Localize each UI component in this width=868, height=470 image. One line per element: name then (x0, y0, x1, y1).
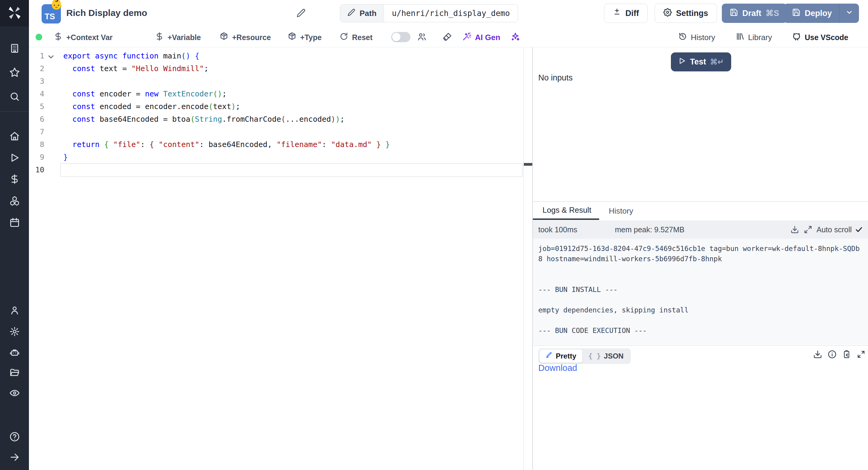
users-icon (417, 32, 427, 43)
tab-history[interactable]: History (609, 202, 633, 220)
editor-toolbar: +Context Var +Variable +Resource +Type R… (29, 27, 868, 47)
toggle-knob (392, 33, 401, 41)
multiplayer-button[interactable] (417, 32, 427, 43)
settings-button[interactable]: Settings (655, 4, 717, 23)
add-resource-button[interactable]: +Resource (219, 32, 271, 43)
code-line: return { "file": { "content": base64Enco… (63, 138, 390, 151)
diff-mode-toggle[interactable] (391, 32, 410, 42)
paintbrush-icon (442, 32, 452, 43)
line-number: 5 (29, 100, 44, 113)
path-label: Path (360, 9, 376, 18)
log-line (538, 274, 862, 284)
code-line: const encoder = new TextEncoder(); (63, 88, 227, 100)
tab-logs-result[interactable]: Logs & Result (533, 202, 599, 220)
line-number: 2 (29, 62, 44, 75)
download-file-link[interactable]: Download (538, 363, 577, 373)
arrow-right-icon (9, 452, 20, 464)
fold-chevron-icon[interactable] (46, 52, 56, 62)
ai-sparkles-button[interactable] (510, 32, 520, 43)
windmill-logo[interactable] (0, 0, 29, 27)
auto-scroll-label[interactable]: Auto scroll (816, 225, 852, 234)
sidebar-item-variables[interactable] (0, 171, 29, 188)
sidebar-item-search[interactable] (0, 89, 29, 105)
line-number: 7 (29, 126, 44, 138)
deploy-main[interactable]: Deploy (784, 4, 839, 23)
path-button[interactable]: Path u/henri/rich_display_demo (340, 4, 518, 22)
edit-summary-button[interactable] (297, 8, 306, 19)
info-icon[interactable] (828, 350, 837, 359)
no-inputs-text: No inputs (538, 73, 572, 83)
log-line: --- BUN CODE EXECUTION --- (538, 325, 862, 336)
took-text: took 100ms (538, 225, 577, 234)
cubes-icon (9, 195, 20, 207)
tab-history-label: History (609, 207, 633, 216)
sidebar-item-favorites[interactable] (0, 64, 29, 81)
sidebar-item-workspace[interactable] (0, 40, 29, 57)
code-editor[interactable]: 12345678910 export async function main()… (29, 47, 533, 470)
pretty-label: Pretty (556, 352, 576, 361)
deploy-button[interactable]: Deploy (784, 4, 859, 23)
library-button[interactable]: Library (735, 32, 772, 43)
sidebar-item-home[interactable] (0, 128, 29, 145)
use-vscode-button[interactable]: Use VScode (792, 32, 848, 43)
deploy-label: Deploy (805, 9, 832, 18)
log-line (538, 264, 862, 274)
line-number: 3 (29, 75, 44, 88)
sidebar-item-folders[interactable] (0, 365, 29, 382)
dollar-icon (155, 32, 164, 43)
pretty-tab[interactable]: Pretty (539, 349, 582, 363)
path-label-segment[interactable]: Path (340, 4, 384, 22)
script-title: Rich Display demo (66, 8, 147, 18)
add-context-var-button[interactable]: +Context Var (54, 32, 113, 43)
add-variable-button[interactable]: +Variable (155, 32, 201, 43)
sidebar-item-workers[interactable] (0, 345, 29, 362)
reset-label: Reset (352, 33, 373, 42)
format-button[interactable] (442, 32, 452, 43)
add-type-button[interactable]: +Type (287, 32, 321, 43)
sidebar-item-runs[interactable] (0, 150, 29, 167)
path-value[interactable]: u/henri/rich_display_demo (384, 4, 518, 22)
library-icon (735, 32, 744, 43)
sidebar-item-expand[interactable] (0, 449, 29, 466)
deploy-menu-button[interactable] (839, 4, 859, 23)
gear-icon (663, 8, 672, 19)
json-tab[interactable]: { } JSON (582, 349, 629, 363)
sidebar-item-audit-logs[interactable] (0, 385, 29, 402)
code-line: } (63, 151, 68, 164)
draft-label: Draft (742, 9, 761, 18)
sidebar-item-help[interactable] (0, 429, 29, 446)
test-button[interactable]: Test ⌘↵ (671, 53, 731, 71)
variable-label: +Variable (167, 33, 201, 42)
diff-icon (613, 8, 621, 19)
overview-ruler[interactable] (524, 47, 524, 470)
copy-result-button[interactable] (842, 350, 851, 359)
draft-button[interactable]: Draft ⌘S (722, 4, 787, 23)
expand-logs-button[interactable] (804, 225, 812, 234)
history-button[interactable]: History (678, 32, 715, 43)
gear-icon (9, 326, 20, 338)
save-icon (792, 8, 801, 19)
context-var-label: +Context Var (66, 33, 113, 42)
line-number: 10 (29, 164, 44, 176)
reset-button[interactable]: Reset (339, 32, 373, 43)
ai-gen-button[interactable]: AI Gen (462, 32, 500, 43)
log-line: empty dependencies, skipping install (538, 305, 862, 315)
package-icon (287, 32, 297, 43)
ai-gen-label: AI Gen (475, 33, 500, 42)
robot-icon (9, 347, 20, 359)
expand-result-button[interactable] (857, 350, 866, 359)
sidebar-item-schedules[interactable] (0, 215, 29, 231)
folder-open-icon (9, 368, 20, 379)
history-icon (678, 32, 687, 43)
sidebar-item-users[interactable] (0, 303, 29, 319)
download-logs-button[interactable] (790, 225, 799, 234)
download-result-button[interactable] (813, 350, 822, 359)
check-icon[interactable] (855, 225, 863, 234)
sidebar-divider (0, 112, 29, 112)
diff-button[interactable]: Diff (604, 4, 648, 23)
sidebar-item-resources[interactable] (0, 193, 29, 210)
sidebar-item-settings[interactable] (0, 323, 29, 340)
windmill-script-editor: TS 👶 Rich Display demo Path u/henri/rich… (0, 0, 868, 470)
mem-peak-text: mem peak: 9.527MB (615, 225, 684, 234)
type-label: +Type (300, 33, 321, 42)
